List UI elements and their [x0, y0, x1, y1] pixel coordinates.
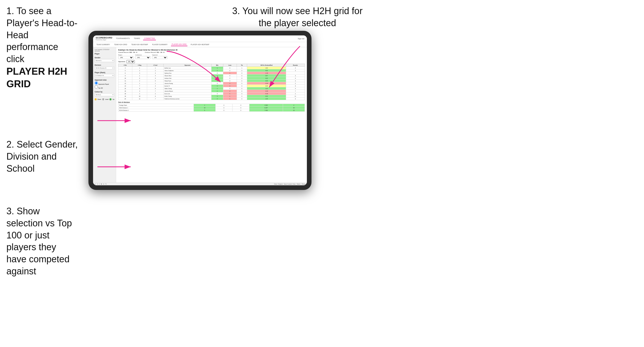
toolbar-watch[interactable]: Watch — [297, 183, 300, 185]
sidebar-player-section: Player — [95, 53, 114, 55]
sidebar-division-value[interactable]: NCAA Division III ▾ — [95, 66, 114, 70]
table-row: 19 10 6 Emily Chang 4 1 0 0.30 11 — [118, 95, 305, 98]
opponent-played-radio[interactable] — [95, 81, 98, 85]
sidebar-gender-value[interactable]: Women's ▾ — [95, 59, 114, 62]
step1-block: 1. To see a Player's Head-to-Head perfor… — [6, 5, 78, 91]
toolbar-view-original[interactable]: View: Original — [274, 183, 283, 185]
col-tie: Tie — [237, 64, 247, 67]
opponents-select[interactable]: (All) — [126, 60, 135, 63]
legend-level-dot — [102, 98, 104, 100]
region-filter-group: Region (All) — [118, 54, 134, 59]
out-of-division-header: Out of division — [118, 101, 305, 103]
opponents-row: Opponents: (All) — [118, 60, 305, 63]
step2-block: 2. Select Gender, Division and School — [0, 139, 85, 182]
legend-down-dot — [95, 98, 97, 100]
toolbar: ↩ ↪ ⟨ ⊞ ⊙ ↻ View: Original Save Custom V… — [93, 182, 307, 185]
instructions-left: 1. To see a Player's Head-to-Head perfor… — [0, 0, 85, 103]
table-header: # Div # Reg # Conf Opponent Win Loss Tie… — [118, 64, 305, 67]
sidebar-player-rank-section: Player (Rank) 8. Katelyn Vo ▾ — [95, 72, 114, 77]
sign-out-link[interactable]: Sign out — [298, 38, 304, 40]
table-row: 3 1 1 Esther Lee 1 0 1 1.50 4 — [118, 67, 305, 69]
legend-down-label: Down — [98, 99, 101, 100]
region-select[interactable]: (All) — [118, 56, 134, 59]
col-diff: Diff Av Strokes/Rnd — [247, 64, 286, 67]
sub-nav: TEAM SUMMARY TEAM H2H GRID TEAM H2H HEAT… — [93, 42, 307, 47]
table-row: 13 1 1 Jessica Huang 0 2 0 -3.00 2 — [118, 82, 305, 85]
nav-links: TOURNAMENTS TEAMS COMMITTEE — [115, 37, 156, 40]
legend-level-label: Level — [105, 99, 108, 100]
logo-sub: Powered by clippd — [96, 39, 112, 41]
sidebar-division-label: Division — [95, 64, 114, 66]
step2-text: 2. Select Gender, Division and School — [6, 139, 78, 174]
sidebar-player-rank-value[interactable]: 8. Katelyn Vo ▾ — [95, 74, 114, 77]
step3-bottom-block: 3. Show selection vs Top 100 or just pla… — [0, 205, 85, 277]
ood-table-body: Foreign Team 1 0 0 4.500 2 NAIA Division… — [118, 104, 305, 112]
nav-tournaments[interactable]: TOURNAMENTS — [115, 37, 131, 40]
main-content: Last Updated: 27/03/2024 16:55:38 Player… — [93, 47, 307, 182]
subnav-team-h2h-heatmap[interactable]: TEAM H2H HEATMAP — [130, 43, 149, 46]
ood-table-row: NAIA Division 1 15 0 0 9.267 30 — [118, 107, 305, 109]
col-div: # Div — [118, 64, 132, 67]
col-reg: # Reg — [132, 64, 147, 67]
sidebar-opponent-section: Opponent view Opponents Played Top 100 — [95, 79, 114, 89]
sidebar-timestamp: Last Updated: 27/03/2024 16:55:38 — [95, 49, 114, 52]
content-title: Katelyn Vo Head-to-Head Grid for Women's… — [118, 49, 305, 51]
nav-committee[interactable]: COMMITTEE — [143, 37, 156, 40]
table-row: 10 6 3 Andrea York 2 0 0 4.00 4 — [118, 77, 305, 80]
subnav-team-h2h-grid[interactable]: TEAM H2H GRID — [113, 43, 128, 46]
toolbar-save[interactable]: Save Custom View — [284, 183, 296, 185]
subnav-player-h2h-heatmap[interactable]: PLAYER H2H HEATMAP — [190, 43, 210, 46]
division-record: Division Record: 331 - 34 - 6 — [145, 52, 164, 53]
toolbar-share[interactable]: Share — [301, 183, 305, 185]
step1-bold: PLAYER H2H GRID — [6, 66, 67, 89]
step1-text: 1. To see a Player's Head-to-Head perfor… — [6, 6, 77, 64]
record-row: Overall Record: 353 - 34 - 6 Division Re… — [118, 52, 305, 53]
tablet-screen: SCOREBOARD Powered by clippd TOURNAMENTS… — [93, 35, 307, 185]
app-nav: SCOREBOARD Powered by clippd TOURNAMENTS… — [93, 35, 307, 42]
table-row: 11 2 5 Heejo Hyun 1 0 0 3.33 3 — [118, 80, 305, 82]
col-rounds: Rounds — [286, 64, 305, 67]
toolbar-back[interactable]: ⟨ — [99, 183, 100, 185]
nav-right: Sign out — [298, 38, 304, 40]
opponent-select[interactable]: (All) — [152, 56, 167, 59]
toolbar-copy[interactable]: ⊞ — [101, 183, 102, 185]
sidebar-gender-label: Gender — [95, 57, 114, 59]
main-table: # Div # Reg # Conf Opponent Win Loss Tie… — [118, 64, 305, 100]
conference-select[interactable]: (All) — [135, 56, 150, 59]
sidebar-colour-value[interactable]: Win/loss ▾ — [95, 93, 114, 96]
col-opponent: Opponent — [164, 64, 211, 67]
sidebar-opponent-view-label: Opponent view — [95, 79, 114, 81]
step3-top-text: 3. You will now see H2H grid for the pla… — [232, 6, 363, 28]
subnav-player-h2h-grid[interactable]: PLAYER H2H GRID — [171, 43, 187, 46]
step3-bottom-text: 3. Show selection vs Top 100 or just pla… — [6, 206, 72, 276]
opponent-filter-group: Opponent (All) — [152, 54, 167, 59]
subnav-player-summary[interactable]: PLAYER SUMMARY — [152, 43, 168, 46]
table-row: 15 8 5 Stella Cheng 1 0 0 1.25 4 — [118, 87, 305, 90]
col-loss: Loss — [223, 64, 237, 67]
subnav-team-summary[interactable]: TEAM SUMMARY — [96, 43, 111, 46]
ood-table: Foreign Team 1 0 0 4.500 2 NAIA Division… — [118, 104, 305, 112]
toolbar-redo[interactable]: ↪ — [97, 183, 98, 185]
table-row: 5 2 2 Alexis Sudjianto 1 0 0 4.00 3 — [118, 69, 305, 72]
toolbar-undo[interactable]: ↩ — [95, 183, 96, 185]
sidebar-player-label: Player — [95, 53, 114, 55]
top100-radio[interactable] — [95, 85, 98, 89]
tablet: SCOREBOARD Powered by clippd TOURNAMENTS… — [88, 31, 311, 190]
sidebar-gender-section: Gender Women's ▾ — [95, 57, 114, 62]
overall-record: Overall Record: 353 - 34 - 6 — [118, 52, 137, 53]
table-row: 9 1 4 Sharon Mun 1 0 0 3.67 3 — [118, 74, 305, 77]
ood-table-row: NCAA Division 2 5 0 0 7.400 10 — [118, 109, 305, 112]
table-row: 18 2 2 Euna Lee 0 1 0 -5.00 2 — [118, 92, 305, 95]
legend-up-label: Up — [113, 99, 114, 100]
col-conf: # Conf — [147, 64, 164, 67]
table-row: 14 7 4 Eunice Yi 2 2 0 0.38 9 — [118, 85, 305, 87]
sidebar-colour-section: Colour by Win/loss ▾ — [95, 91, 114, 96]
toolbar-camera[interactable]: ⊙ — [103, 183, 104, 185]
legend-up-dot — [109, 98, 112, 100]
table-row: 6 3 3 Sydney Kuo 0 1 0 -1.00 — [118, 72, 305, 74]
sidebar-division-section: Division NCAA Division III ▾ — [95, 64, 114, 70]
nav-teams[interactable]: TEAMS — [133, 37, 141, 40]
sidebar-colour-label: Colour by — [95, 91, 114, 93]
table-row: 20 11 7 Federica Domecq Lacroze 2 1 0 1.… — [118, 98, 305, 100]
toolbar-refresh[interactable]: ↻ — [105, 183, 107, 185]
